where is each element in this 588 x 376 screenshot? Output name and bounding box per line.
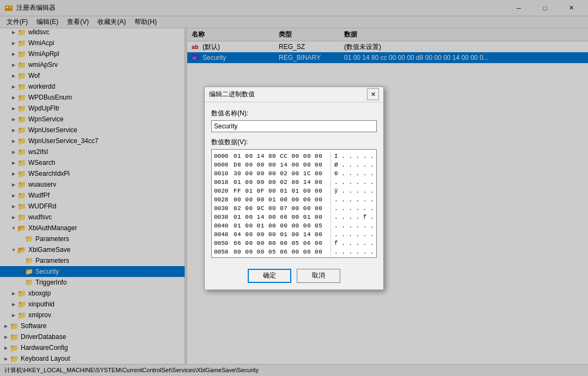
hex-ascii-1: Ø . . . . . . . bbox=[330, 161, 374, 169]
hex-row-1: 0008D8 00 00 00 14 00 00 00Ø . . . . . .… bbox=[214, 161, 374, 169]
hex-addr-6: 0030 bbox=[214, 204, 234, 213]
hex-row-0: 000001 00 14 80 CC 00 00 00I . . . . . .… bbox=[214, 152, 374, 161]
hex-bytes-8[interactable]: 01 00 01 00 00 00 00 05 bbox=[234, 221, 330, 230]
hex-bytes-9[interactable]: 04 00 00 00 01 00 14 00 bbox=[234, 230, 330, 239]
value-data-label: 数值数据(V): bbox=[211, 138, 377, 147]
dialog-titlebar: 编辑二进制数值 ✕ bbox=[205, 87, 383, 102]
dialog-close-button[interactable]: ✕ bbox=[367, 88, 379, 100]
hex-bytes-4[interactable]: FF 01 0F 00 01 01 00 00 bbox=[234, 187, 330, 195]
hex-addr-0: 0000 bbox=[214, 152, 234, 161]
edit-binary-dialog: 编辑二进制数值 ✕ 数值名称(N): 数值数据(V): 000001 00 14… bbox=[204, 87, 384, 290]
hex-row-5: 002800 00 00 01 00 00 00 00. . . . . . .… bbox=[214, 195, 374, 204]
hex-addr-8: 0040 bbox=[214, 221, 234, 230]
hex-row-10: 005066 00 00 00 00 05 06 00f . . . . . .… bbox=[214, 239, 374, 248]
hex-bytes-11[interactable]: 00 00 00 05 06 00 00 00 bbox=[234, 248, 330, 256]
hex-ascii-8: . . . . . . . . bbox=[330, 221, 374, 230]
modal-overlay: 编辑二进制数值 ✕ 数值名称(N): 数值数据(V): 000001 00 14… bbox=[0, 0, 588, 376]
hex-bytes-10[interactable]: 66 00 00 00 00 05 06 00 bbox=[234, 239, 330, 248]
hex-ascii-9: . . . . . . . . bbox=[330, 230, 374, 239]
hex-ascii-12: . . . . f . . . bbox=[330, 256, 374, 258]
hex-bytes-1[interactable]: D8 00 00 00 14 00 00 00 bbox=[234, 161, 330, 169]
hex-bytes-7[interactable]: 01 00 14 00 66 00 01 00 bbox=[234, 213, 330, 221]
cancel-button[interactable]: 取消 bbox=[297, 269, 340, 283]
hex-ascii-4: ÿ . . . . . . . bbox=[330, 187, 374, 195]
dialog-body: 数值名称(N): 数值数据(V): 000001 00 14 80 CC 00 … bbox=[205, 102, 383, 264]
hex-row-6: 003002 00 9C 00 07 00 00 00. . . . . . .… bbox=[214, 204, 374, 213]
hex-addr-9: 0048 bbox=[214, 230, 234, 239]
hex-bytes-5[interactable]: 00 00 00 01 00 00 00 00 bbox=[234, 195, 330, 204]
hex-addr-3: 0018 bbox=[214, 178, 234, 187]
hex-addr-1: 0008 bbox=[214, 161, 234, 169]
value-name-label: 数值名称(N): bbox=[211, 109, 377, 118]
hex-ascii-10: f . . . . . . . bbox=[330, 239, 374, 248]
hex-editor[interactable]: 000001 00 14 80 CC 00 00 00I . . . . . .… bbox=[211, 149, 377, 258]
hex-row-7: 003801 00 14 00 66 00 01 00. . . . f . .… bbox=[214, 213, 374, 221]
hex-ascii-11: . . . . . . . . bbox=[330, 248, 374, 256]
hex-ascii-5: . . . . . . . . bbox=[330, 195, 374, 204]
ok-button[interactable]: 确定 bbox=[248, 269, 291, 283]
hex-addr-4: 0020 bbox=[214, 187, 234, 195]
hex-addr-5: 0028 bbox=[214, 195, 234, 204]
hex-bytes-3[interactable]: 01 00 00 00 02 80 14 00 bbox=[234, 178, 330, 187]
hex-bytes-6[interactable]: 02 00 9C 00 07 00 00 00 bbox=[234, 204, 330, 213]
hex-addr-7: 0038 bbox=[214, 213, 234, 221]
hex-row-9: 004804 00 00 00 01 00 14 00. . . . . . .… bbox=[214, 230, 374, 239]
dialog-title: 编辑二进制数值 bbox=[209, 90, 367, 99]
hex-row-4: 0020FF 01 0F 00 01 01 00 00ÿ . . . . . .… bbox=[214, 187, 374, 195]
hex-row-8: 004001 00 01 00 00 00 00 05. . . . . . .… bbox=[214, 221, 374, 230]
hex-row-12: 006001 00 18 00 66 00 01 00. . . . f . .… bbox=[214, 256, 374, 258]
hex-row-3: 001801 00 00 00 02 80 14 00. . . . . . .… bbox=[214, 178, 374, 187]
dialog-footer: 确定 取消 bbox=[205, 264, 383, 289]
value-name-input[interactable] bbox=[211, 120, 377, 132]
hex-ascii-3: . . . . . . . . bbox=[330, 178, 374, 187]
hex-ascii-6: . . . . . . . . bbox=[330, 204, 374, 213]
hex-ascii-0: I . . . . . . . bbox=[330, 152, 374, 161]
hex-row-2: 001030 00 00 00 02 00 1C 000 . . . . . .… bbox=[214, 169, 374, 178]
hex-addr-12: 0060 bbox=[214, 256, 234, 258]
hex-addr-2: 0010 bbox=[214, 169, 234, 178]
hex-addr-10: 0050 bbox=[214, 239, 234, 248]
hex-ascii-2: 0 . . . . . . . bbox=[330, 169, 374, 178]
hex-bytes-2[interactable]: 30 00 00 00 02 00 1C 00 bbox=[234, 169, 330, 178]
hex-row-11: 005800 00 00 05 06 00 00 00. . . . . . .… bbox=[214, 248, 374, 256]
hex-ascii-7: . . . . f . . . bbox=[330, 213, 374, 221]
hex-bytes-12[interactable]: 01 00 18 00 66 00 01 00 bbox=[234, 256, 330, 258]
hex-bytes-0[interactable]: 01 00 14 80 CC 00 00 00 bbox=[234, 152, 330, 161]
hex-addr-11: 0058 bbox=[214, 248, 234, 256]
